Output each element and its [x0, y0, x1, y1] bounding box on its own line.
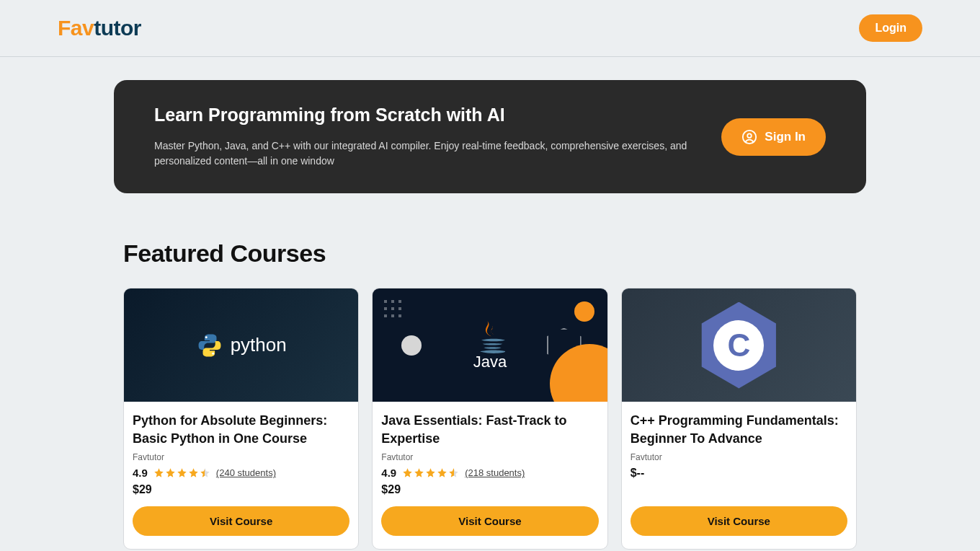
java-cup-icon [475, 319, 505, 356]
course-price: $29 [381, 483, 598, 496]
star-icon [165, 467, 176, 478]
c-hexagon: C [695, 302, 782, 389]
course-provider: Favtutor [133, 452, 349, 462]
logo-part-fa: Fa [58, 16, 82, 40]
signin-button[interactable]: Sign In [721, 118, 826, 156]
star-icons [153, 467, 210, 478]
course-price: $-- [631, 467, 847, 480]
logo-part-tutor: tutor [94, 16, 141, 40]
star-icon [402, 467, 413, 478]
decorative-circle [401, 335, 422, 356]
course-cards: python Python for Absolute Beginners: Ba… [123, 288, 857, 550]
course-title: Python for Absolute Beginners: Basic Pyt… [133, 412, 349, 448]
svg-point-3 [212, 352, 214, 354]
course-provider: Favtutor [381, 452, 598, 462]
course-title: C++ Programming Fundamentals: Beginner T… [631, 412, 847, 448]
course-price: $29 [133, 483, 349, 496]
students-count: (218 students) [465, 467, 525, 478]
section-title: Featured Courses [123, 239, 857, 268]
star-icon [153, 467, 164, 478]
star-icon [425, 467, 436, 478]
python-text: python [231, 334, 287, 356]
logo[interactable]: Favtutor [58, 16, 141, 40]
c-letter: C [713, 320, 764, 371]
hero-banner: Learn Programming from Scratch with AI M… [114, 80, 866, 193]
course-title-bold: Java Essentials: [381, 413, 482, 428]
decorative-dots [384, 300, 401, 317]
login-button[interactable]: Login [859, 14, 922, 42]
course-card: Java Java Essentials: Fast-Track to Expe… [372, 288, 607, 550]
star-icon [437, 467, 447, 478]
star-icon [188, 467, 199, 478]
main-container: Featured Courses python Python for Absol… [54, 239, 926, 550]
course-title-sub: Basic Python in One Course [133, 431, 307, 446]
logo-part-v: v [82, 16, 94, 40]
python-icon [196, 332, 223, 359]
students-count: (240 students) [216, 467, 276, 478]
star-icons [402, 467, 459, 478]
rating-value: 4.9 [133, 467, 148, 479]
java-text: Java [473, 353, 507, 371]
course-title-bold: C++ Programming Fundamentals: [631, 413, 839, 428]
java-logo: Java [473, 319, 507, 371]
course-title-sub: Beginner To Advance [631, 431, 762, 446]
course-card: python Python for Absolute Beginners: Ba… [123, 288, 359, 550]
visit-course-button[interactable]: Visit Course [381, 506, 598, 536]
course-image-cpp: C [622, 288, 856, 402]
visit-course-button[interactable]: Visit Course [133, 506, 349, 536]
course-title: Java Essentials: Fast-Track to Expertise [381, 412, 598, 448]
decorative-hexagon [547, 328, 582, 363]
rating-row: 4.9 (240 students) [133, 467, 349, 479]
star-icon [177, 467, 187, 478]
course-title-bold: Python for Absolute Beginners: [133, 413, 327, 428]
hero-title: Learn Programming from Scratch with AI [154, 105, 692, 125]
hero-description: Master Python, Java, and C++ with our in… [154, 138, 692, 169]
svg-point-1 [748, 133, 752, 138]
rating-row: 4.9 (218 students) [381, 467, 598, 479]
course-image-python: python [124, 288, 358, 402]
star-half-icon [200, 467, 210, 478]
star-icon [414, 467, 424, 478]
course-card: C C++ Programming Fundamentals: Beginner… [621, 288, 857, 550]
course-provider: Favtutor [631, 452, 847, 462]
svg-point-2 [205, 336, 207, 338]
hero-text: Learn Programming from Scratch with AI M… [154, 105, 692, 169]
star-half-icon [448, 467, 459, 478]
signin-label: Sign In [765, 130, 806, 144]
course-image-java: Java [373, 288, 607, 402]
user-circle-icon [741, 129, 757, 145]
visit-course-button[interactable]: Visit Course [631, 506, 847, 536]
rating-value: 4.9 [381, 467, 396, 479]
python-logo: python [196, 332, 287, 359]
header: Favtutor Login [0, 0, 980, 57]
